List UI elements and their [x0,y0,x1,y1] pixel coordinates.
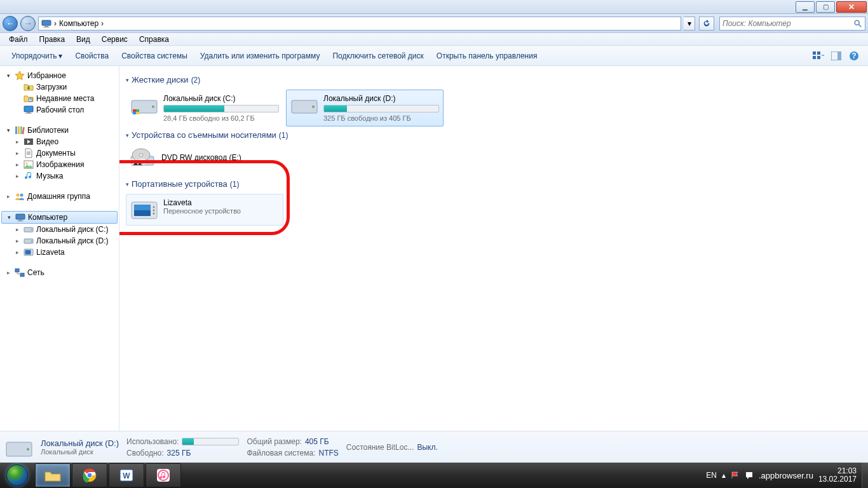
chevron-right-icon: ▸ [14,139,21,145]
svg-text:?: ? [851,51,856,60]
content-area: ▾ Жесткие диски (2) Локальный диск (C:) … [119,66,868,431]
sidebar-network[interactable]: ▸ Сеть [0,267,119,278]
control-panel-button[interactable]: Открыть панель управления [430,49,544,63]
portable-device-lizaveta[interactable]: Lizaveta Переносное устройство [126,194,283,226]
svg-rect-18 [18,126,20,134]
sidebar-lizaveta[interactable]: ▸Lizaveta [9,247,119,258]
folder-icon [24,82,34,92]
maximize-button[interactable]: ▢ [816,1,835,13]
menu-edit[interactable]: Правка [34,34,71,45]
taskbar: W EN ▴ .appbrowser.ru 21:03 13.02.2017 [0,463,868,488]
svg-point-25 [20,194,24,197]
svg-text:W: W [123,471,130,480]
search-icon [853,19,862,28]
toolbar: Упорядочить ▾ Свойства Свойства системы … [0,46,868,66]
group-portable-header[interactable]: ▾ Портативные устройства (1) [126,179,862,189]
sidebar-downloads[interactable]: Загрузки [9,81,119,93]
tray-flag-icon[interactable] [731,471,740,480]
sidebar-music[interactable]: ▸Музыка [9,170,119,182]
tray-chevron-up-icon[interactable]: ▴ [722,471,726,480]
svg-point-38 [152,105,154,108]
tray-language[interactable]: EN [706,471,717,480]
view-options-button[interactable] [810,48,827,64]
sidebar-favorites[interactable]: ▾ Избранное [0,70,119,81]
breadcrumb-root[interactable]: Компьютер [59,19,98,28]
search-input[interactable] [722,19,853,28]
sidebar-local-c[interactable]: ▸Локальный диск (C:) [9,224,119,235]
taskbar-itunes[interactable] [146,463,181,487]
libraries-icon [15,125,25,135]
chevron-down-icon: ▾ [5,72,12,79]
svg-point-58 [27,448,29,451]
svg-rect-35 [15,269,19,272]
taskbar-explorer[interactable] [35,463,71,487]
chevron-right-icon: ▸ [14,173,21,179]
sidebar-local-d[interactable]: ▸Локальный диск (D:) [9,235,119,247]
capacity-bar [163,105,279,112]
chevron-right-icon: ▸ [5,269,12,276]
svg-rect-41 [136,109,139,112]
drive-d[interactable]: Локальный диск (D:) 325 ГБ свободно из 4… [286,90,444,126]
sidebar-pictures[interactable]: ▸Изображения [9,159,119,170]
group-removable-header[interactable]: ▾ Устройства со съемными носителями (1) [126,130,862,140]
preview-pane-button[interactable] [827,48,845,64]
sidebar-computer[interactable]: ▾ Компьютер [1,211,118,224]
menu-service[interactable]: Сервис [97,34,133,45]
drive-c[interactable]: Локальный диск (C:) 28,4 ГБ свободно из … [126,90,283,126]
sidebar-desktop[interactable]: Рабочий стол [9,104,119,116]
help-button[interactable]: ? [845,48,863,64]
menu-file[interactable]: Файл [4,34,33,45]
chevron-right-icon: ▸ [14,249,21,255]
drive-icon [24,224,34,234]
forward-button[interactable]: → [20,16,36,31]
svg-point-48 [139,154,143,156]
drive-icon [130,94,158,117]
sidebar-video[interactable]: ▸Видео [9,136,119,147]
svg-point-32 [31,241,32,242]
minimize-button[interactable]: ▁ [796,1,815,13]
map-network-drive-button[interactable]: Подключить сетевой диск [326,49,430,63]
taskbar-chrome[interactable] [72,463,107,487]
dvd-icon: DVD [130,147,155,168]
desktop-icon [24,105,34,115]
tray-action-center-icon[interactable] [745,471,754,480]
svg-point-3 [855,20,859,25]
svg-rect-16 [25,113,32,114]
menu-help[interactable]: Справка [134,34,174,45]
sidebar-recent[interactable]: Недавние места [9,93,119,104]
tray-clock[interactable]: 21:03 13.02.2017 [818,467,857,484]
drive-icon [24,236,34,246]
search-box[interactable] [719,17,865,30]
uninstall-button[interactable]: Удалить или изменить программу [194,49,327,63]
show-desktop-button[interactable] [862,463,868,488]
properties-button[interactable]: Свойства [69,49,115,63]
used-bar [182,438,239,445]
address-dropdown[interactable]: ▾ [684,17,695,30]
refresh-button[interactable] [699,17,714,30]
svg-rect-19 [20,126,22,134]
windows-orb-icon [6,464,28,486]
drive-icon [5,435,33,460]
svg-point-45 [312,105,315,108]
svg-rect-10 [837,51,841,60]
address-bar[interactable]: › Компьютер › [38,17,681,30]
sidebar-documents[interactable]: ▸Документы [9,147,119,159]
start-button[interactable] [0,463,34,488]
back-button[interactable]: ← [3,16,18,31]
navbar: ← → › Компьютер › ▾ [0,14,868,33]
dvd-drive[interactable]: DVD DVD RW дисковод (E:) [126,145,862,170]
organize-button[interactable]: Упорядочить ▾ [5,49,69,63]
pictures-icon [24,159,34,170]
taskbar-word[interactable]: W [109,463,144,487]
sidebar-libraries[interactable]: ▾ Библиотеки [0,125,119,136]
sidebar-homegroup[interactable]: ▸ Домашняя группа [0,191,119,202]
group-hdd-header[interactable]: ▾ Жесткие диски (2) [126,75,862,85]
svg-rect-6 [817,51,820,55]
system-properties-button[interactable]: Свойства системы [115,49,194,63]
chevron-right-icon: ▸ [14,161,21,168]
titlebar: ▁ ▢ ✕ [0,0,868,14]
close-button[interactable]: ✕ [836,1,867,13]
portable-device-icon [24,247,34,257]
menu-view[interactable]: Вид [71,34,95,45]
homegroup-icon [15,191,25,201]
